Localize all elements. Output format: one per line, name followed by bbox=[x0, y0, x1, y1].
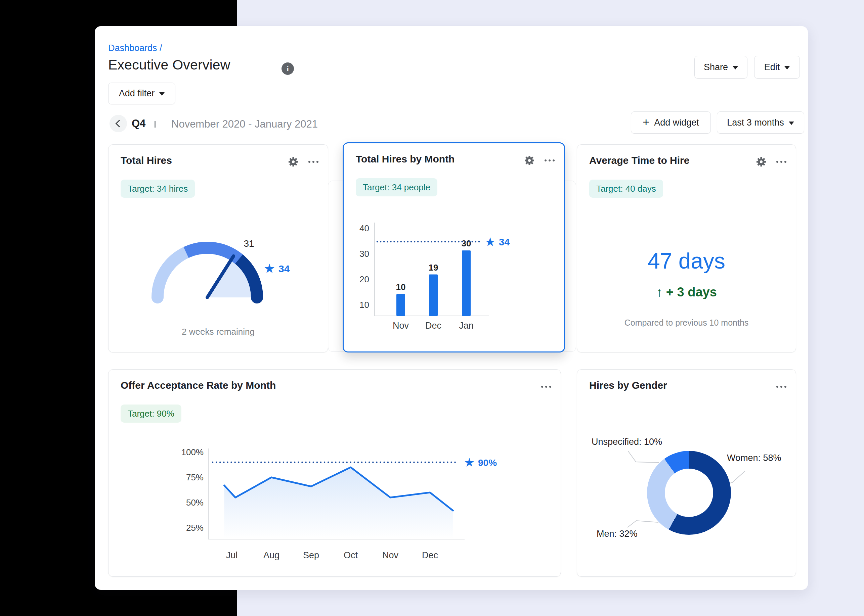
svg-text:19: 19 bbox=[429, 262, 438, 273]
widget-title: Total Hires by Month bbox=[356, 153, 454, 165]
svg-text:10: 10 bbox=[359, 300, 369, 310]
svg-text:20: 20 bbox=[359, 274, 369, 284]
chevron-left-icon bbox=[115, 120, 123, 127]
add-widget-label: Add widget bbox=[654, 118, 699, 128]
widget-offer-acceptance-rate: Offer Acceptance Rate by Month Target: 9… bbox=[108, 369, 561, 577]
svg-text:10: 10 bbox=[396, 282, 406, 292]
breadcrumb[interactable]: Dashboards / bbox=[108, 43, 162, 53]
chevron-down-icon bbox=[784, 66, 790, 69]
hires-by-gender-donut-chart bbox=[647, 451, 731, 535]
svg-text:★: ★ bbox=[264, 261, 275, 276]
dashboard-canvas: Dashboards / Executive Overview i Share … bbox=[95, 26, 808, 590]
donut-label-men: Men: 32% bbox=[597, 529, 638, 539]
hires-by-month-bar-chart: 4030201010Nov19Dec30Jan★34 bbox=[344, 211, 563, 352]
gear-icon[interactable] bbox=[287, 156, 299, 168]
svg-text:30: 30 bbox=[359, 249, 369, 259]
donut-label-women: Women: 58% bbox=[727, 453, 781, 463]
kpi-note: Compared to previous 10 months bbox=[577, 318, 796, 328]
target-badge: Target: 90% bbox=[121, 404, 181, 423]
widget-title: Offer Acceptance Rate by Month bbox=[121, 380, 276, 391]
svg-text:25%: 25% bbox=[186, 523, 203, 533]
svg-text:Sep: Sep bbox=[303, 550, 319, 560]
svg-text:Nov: Nov bbox=[382, 550, 399, 560]
svg-text:Aug: Aug bbox=[263, 550, 279, 560]
more-options-icon[interactable] bbox=[776, 161, 787, 163]
svg-text:Dec: Dec bbox=[425, 321, 441, 331]
period-quarter-label: Q4 bbox=[132, 118, 145, 130]
plus-icon: + bbox=[643, 115, 650, 129]
chevron-down-icon bbox=[789, 121, 794, 125]
add-filter-button[interactable]: Add filter bbox=[108, 83, 175, 104]
chevron-right-icon bbox=[155, 121, 156, 127]
svg-text:50%: 50% bbox=[186, 498, 203, 508]
kpi-delta: ↑ + 3 days bbox=[577, 285, 796, 299]
target-badge: Target: 34 people bbox=[356, 178, 437, 196]
share-button[interactable]: Share bbox=[694, 56, 747, 79]
widget-title: Total Hires bbox=[121, 155, 172, 166]
svg-text:100%: 100% bbox=[181, 447, 204, 457]
svg-text:40: 40 bbox=[359, 223, 369, 233]
svg-text:31: 31 bbox=[244, 238, 254, 249]
time-range-label: Last 3 months bbox=[727, 118, 784, 128]
gear-icon[interactable] bbox=[755, 156, 767, 168]
donut-hole bbox=[665, 468, 713, 517]
widget-hires-by-gender: Hires by Gender Unspecified: 10% Women: … bbox=[577, 369, 796, 577]
svg-text:Nov: Nov bbox=[393, 321, 409, 331]
svg-text:Dec: Dec bbox=[422, 550, 438, 560]
svg-text:30: 30 bbox=[462, 238, 471, 248]
widget-total-hires-by-month[interactable]: Total Hires by Month Target: 34 people 4… bbox=[343, 142, 565, 352]
edit-button-label: Edit bbox=[764, 62, 780, 72]
svg-text:Oct: Oct bbox=[344, 550, 358, 560]
period-date-range: November 2020 - January 2021 bbox=[171, 118, 318, 130]
target-badge: Target: 34 hires bbox=[121, 179, 195, 198]
svg-text:34: 34 bbox=[279, 263, 290, 274]
previous-period-button[interactable] bbox=[109, 115, 127, 132]
svg-text:34: 34 bbox=[499, 237, 509, 247]
svg-text:90%: 90% bbox=[478, 457, 497, 468]
svg-text:★: ★ bbox=[464, 456, 475, 469]
arrow-up-icon: ↑ bbox=[656, 285, 662, 299]
page-title: Executive Overview bbox=[108, 57, 230, 73]
add-widget-button[interactable]: + Add widget bbox=[631, 112, 711, 134]
kpi-delta-label: + 3 days bbox=[666, 285, 717, 299]
donut-label-unspecified: Unspecified: 10% bbox=[591, 437, 662, 447]
share-button-label: Share bbox=[704, 62, 728, 72]
time-range-dropdown[interactable]: Last 3 months bbox=[717, 112, 804, 134]
target-badge: Target: 40 days bbox=[589, 179, 663, 198]
svg-text:Jan: Jan bbox=[459, 321, 474, 331]
kpi-value: 47 days bbox=[577, 248, 796, 273]
gauge-footnote: 2 weeks remaining bbox=[109, 327, 328, 337]
next-period-button[interactable] bbox=[155, 121, 157, 127]
offer-acceptance-line-chart: 100%75%50%25%★90%JulAugSepOctNovDec bbox=[109, 437, 561, 577]
chevron-down-icon bbox=[159, 92, 165, 96]
add-filter-label: Add filter bbox=[119, 88, 155, 99]
svg-text:Jul: Jul bbox=[226, 550, 238, 560]
gear-icon[interactable] bbox=[524, 155, 535, 166]
more-options-icon[interactable] bbox=[544, 159, 555, 162]
edit-button[interactable]: Edit bbox=[754, 56, 800, 79]
more-options-icon[interactable] bbox=[541, 386, 551, 388]
info-icon[interactable]: i bbox=[282, 63, 294, 75]
screenshot-stage: Dashboards / Executive Overview i Share … bbox=[0, 0, 864, 616]
svg-text:★: ★ bbox=[485, 235, 495, 249]
svg-text:75%: 75% bbox=[186, 472, 203, 482]
widget-total-hires: Total Hires Target: 34 hires 31★34 2 wee… bbox=[108, 145, 328, 352]
chevron-down-icon bbox=[733, 66, 738, 69]
widget-title: Average Time to Hire bbox=[589, 155, 689, 166]
widget-average-time-to-hire: Average Time to Hire Target: 40 days 47 … bbox=[577, 145, 796, 352]
more-options-icon[interactable] bbox=[308, 161, 318, 163]
